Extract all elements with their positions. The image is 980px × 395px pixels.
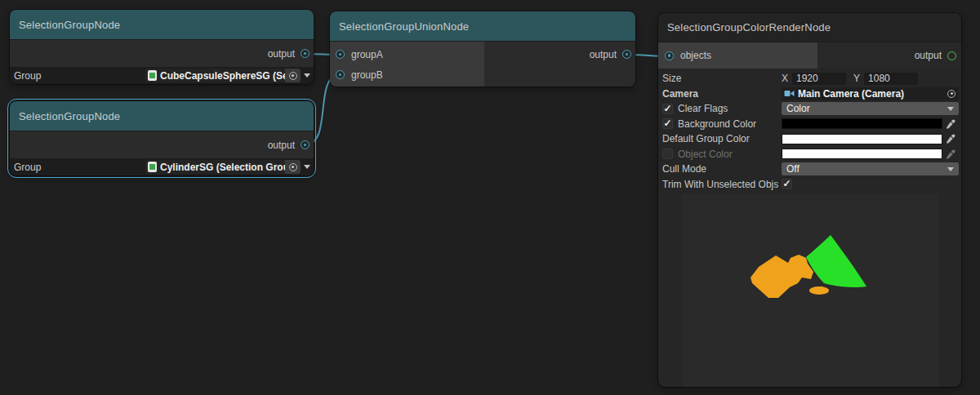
group-field-label: Group (14, 70, 41, 82)
clear-flags-control: Color (782, 102, 959, 115)
output-port-label: output (915, 50, 942, 61)
label-text: Default Group Color (662, 133, 750, 144)
preview-orange-ellipse (809, 286, 829, 295)
size-row: Size X Y (662, 71, 959, 87)
group-object-name: CylinderSG (Selection Group (160, 162, 285, 173)
eyedropper-icon (942, 149, 959, 159)
object-picker-icon (289, 163, 297, 171)
node-selection-group-2[interactable]: SelectionGroupNode output Group Cylinder… (10, 101, 314, 175)
port-dot-icon (304, 144, 307, 147)
clear-flags-checkbox[interactable]: ✓ (662, 104, 673, 114)
output-port-row: output (484, 44, 635, 64)
chevron-down-icon[interactable] (304, 165, 310, 169)
node-header[interactable]: SelectionGroupNode (10, 101, 314, 131)
group-field-row: Group CubeCapsuleSphereSG (Sele (10, 67, 314, 84)
input-ports-panel: groupA groupB (330, 42, 484, 87)
port-dot-icon (339, 53, 342, 56)
node-header[interactable]: SelectionGroupColorRenderNode (658, 13, 961, 42)
trim-row: Trim With Unselected Objs ✓ (662, 177, 959, 193)
default-group-color-swatch[interactable] (782, 134, 942, 144)
chevron-down-icon (947, 167, 954, 171)
output-port-label: output (590, 49, 617, 60)
node-header[interactable]: SelectionGroupNode (10, 10, 314, 40)
clear-flags-row: ✓ Clear Flags Color (662, 101, 959, 117)
node-header[interactable]: SelectionGroupUnionNode (330, 11, 635, 42)
camera-label: Camera (662, 88, 782, 100)
node-graph-canvas[interactable]: SelectionGroupNode output Group CubeCaps… (0, 0, 980, 395)
output-port-label: output (268, 48, 295, 60)
label-text: Object Color (678, 149, 733, 160)
size-x-input[interactable] (792, 73, 846, 85)
clear-flags-dropdown[interactable]: Color (782, 102, 959, 115)
selection-group-asset-icon (148, 162, 157, 172)
background-color-swatch[interactable] (782, 118, 942, 129)
object-color-checkbox[interactable] (662, 149, 673, 159)
camera-object-field[interactable]: Main Camera (Camera) (782, 87, 959, 100)
dropdown-value: Off (786, 163, 947, 175)
port-dot-icon (304, 52, 307, 55)
port-dot-icon (668, 54, 671, 57)
render-preview-image (682, 194, 938, 387)
objects-port-band: objects (658, 42, 817, 69)
groupB-input-port[interactable] (336, 70, 345, 79)
preview-green-cone (806, 235, 866, 287)
label-text: Cull Mode (662, 163, 706, 175)
default-group-color-label: Default Group Color (662, 133, 782, 144)
trim-control: ✓ (782, 179, 959, 189)
size-control: X Y (782, 73, 959, 85)
eyedropper-icon[interactable] (942, 119, 959, 129)
background-color-checkbox[interactable]: ✓ (662, 118, 673, 129)
object-color-swatch[interactable] (782, 149, 942, 159)
checkmark-icon: ✓ (663, 119, 671, 128)
node-selection-group-union[interactable]: SelectionGroupUnionNode groupA groupB ou… (330, 11, 635, 87)
object-picker-icon[interactable] (947, 90, 956, 98)
group-object-field[interactable]: CubeCapsuleSphereSG (Sele (145, 69, 301, 82)
output-port[interactable] (301, 49, 310, 58)
camera-object-name: Main Camera (Camera) (798, 88, 947, 100)
node-title: SelectionGroupColorRenderNode (667, 21, 831, 33)
label-text: Clear Flags (678, 103, 728, 114)
label-text: Background Color (678, 118, 756, 130)
render-preview (682, 194, 938, 387)
cull-mode-control: Off (782, 162, 959, 175)
size-y-input[interactable] (864, 73, 918, 85)
node-selection-group-1[interactable]: SelectionGroupNode output Group CubeCaps… (10, 10, 314, 84)
node-selection-group-color-render[interactable]: SelectionGroupColorRenderNode objects ou… (658, 13, 961, 387)
size-label: Size (662, 73, 782, 84)
group-object-field[interactable]: CylinderSG (Selection Group (145, 160, 301, 174)
output-port-row: output (10, 131, 314, 158)
object-color-row: Object Color (662, 147, 959, 162)
clear-flags-label: ✓ Clear Flags (662, 103, 782, 114)
chevron-down-icon[interactable] (304, 73, 310, 78)
label-text: Trim With Unselected Objs (662, 179, 778, 190)
eyedropper-icon[interactable] (942, 134, 959, 144)
objects-input-port[interactable] (665, 51, 674, 60)
output-port-label: output (268, 140, 295, 151)
output-port[interactable] (622, 50, 631, 59)
trim-label: Trim With Unselected Objs (662, 179, 782, 190)
object-color-label: Object Color (662, 149, 782, 160)
output-port-row: output (817, 42, 961, 69)
output-port-row: output (10, 40, 314, 67)
object-picker-button[interactable] (285, 160, 301, 174)
default-group-color-row: Default Group Color (662, 131, 959, 147)
background-color-row: ✓ Background Color (662, 117, 959, 132)
background-color-label: ✓ Background Color (662, 118, 782, 130)
background-color-control (782, 118, 959, 129)
node-title: SelectionGroupNode (19, 19, 120, 31)
trim-checkbox[interactable]: ✓ (782, 179, 792, 189)
cull-mode-dropdown[interactable]: Off (782, 162, 959, 175)
object-picker-button[interactable] (285, 69, 301, 82)
port-dot-icon (626, 53, 629, 56)
groupA-input-port[interactable] (336, 50, 345, 59)
chevron-down-icon (947, 107, 954, 111)
checkmark-icon: ✓ (782, 180, 791, 189)
preview-orange-blob (751, 255, 813, 298)
label-text: Camera (662, 88, 698, 100)
camera-control: Main Camera (Camera) (782, 87, 959, 100)
groupB-port-row: groupB (330, 64, 484, 85)
output-port[interactable] (301, 140, 310, 149)
default-group-color-control (782, 134, 959, 144)
output-port[interactable] (947, 51, 956, 60)
ports-row: objects output (658, 42, 961, 69)
